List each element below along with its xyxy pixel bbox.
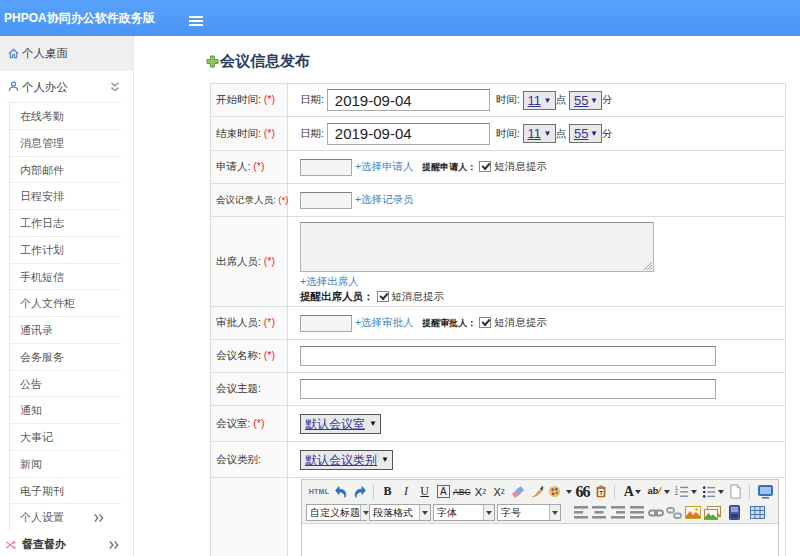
svg-text:ab: ab bbox=[648, 486, 659, 496]
svg-text:2.: 2. bbox=[675, 490, 679, 495]
svg-text:T: T bbox=[599, 489, 603, 496]
